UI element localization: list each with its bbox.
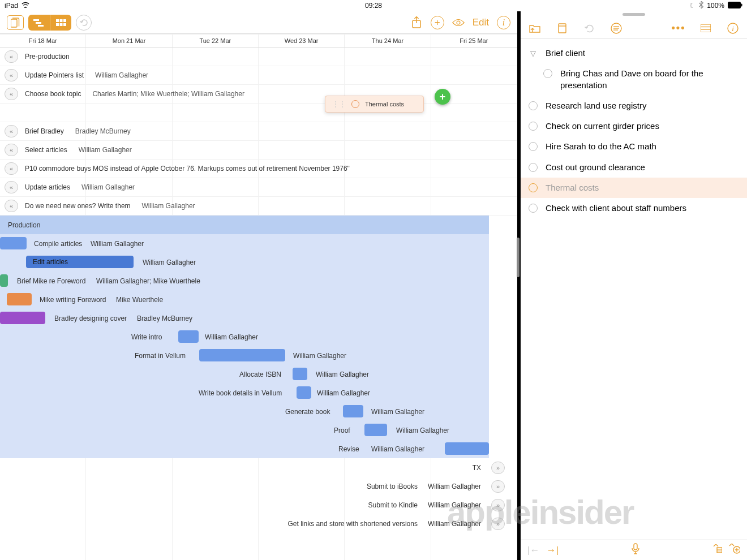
disclosure-triangle-icon[interactable]: ▽ — [529, 49, 538, 59]
svg-rect-11 — [63, 23, 66, 26]
chevron-right-icon[interactable]: » — [491, 518, 505, 530]
outline-icon[interactable] — [610, 22, 622, 35]
share-icon[interactable] — [410, 15, 423, 30]
task-bar[interactable] — [0, 274, 8, 287]
outline-item[interactable]: Bring Chas and Dave on board for the pre… — [521, 63, 747, 96]
task-bar[interactable] — [297, 386, 311, 399]
chevron-left-icon[interactable]: « — [5, 181, 18, 193]
scrollbar[interactable] — [517, 238, 520, 277]
info-icon[interactable]: i — [727, 22, 739, 35]
task-row[interactable]: Write book details in Vellum William Gal… — [0, 384, 517, 402]
task-row[interactable]: « Update Pointers list William Gallagher — [0, 66, 517, 85]
status-circle-icon[interactable] — [529, 204, 538, 213]
split-handle[interactable] — [622, 13, 645, 16]
task-bar[interactable] — [0, 312, 45, 324]
chevron-left-icon[interactable]: « — [5, 125, 18, 137]
task-row[interactable]: « Brief Bradley Bradley McBurney — [0, 122, 517, 141]
task-row[interactable]: Generate book William Gallagher — [0, 402, 517, 421]
task-row[interactable]: Write intro William Gallagher — [0, 328, 517, 346]
assignee: William Gallagher — [79, 146, 132, 154]
layout-icon[interactable] — [699, 22, 712, 35]
task-row[interactable]: « Select articles William Gallagher — [0, 141, 517, 160]
view-toggle[interactable] — [28, 15, 71, 31]
hierarchy-up-icon[interactable] — [713, 544, 722, 556]
chevron-left-icon[interactable]: « — [5, 162, 18, 175]
add-item-icon[interactable] — [729, 544, 740, 557]
outline-item[interactable]: Check with client about staff numbers — [521, 198, 747, 218]
status-circle-icon[interactable] — [529, 142, 538, 151]
status-circle-icon[interactable] — [543, 69, 552, 78]
folder-icon[interactable] — [529, 22, 541, 35]
task-row[interactable]: Proof William Gallagher — [0, 421, 517, 440]
assignee: William Gallagher — [95, 71, 148, 79]
status-circle-icon[interactable] — [529, 163, 538, 172]
task-row[interactable]: « P10 commodore buys MOS instead of Appl… — [0, 160, 517, 178]
task-bar[interactable] — [445, 442, 489, 455]
microphone-icon[interactable] — [632, 543, 639, 557]
go-start-icon[interactable]: |← — [527, 545, 539, 556]
task-bar[interactable] — [343, 405, 363, 417]
go-end-icon[interactable]: →| — [546, 545, 558, 556]
gantt-view-icon[interactable] — [28, 15, 50, 31]
outline-item-highlighted[interactable]: Thermal costs — [521, 178, 747, 198]
chevron-left-icon[interactable]: « — [5, 50, 18, 63]
task-bar[interactable] — [199, 349, 285, 361]
task-row[interactable]: Submit to Kindle William Gallagher » — [368, 496, 510, 514]
chevron-left-icon[interactable]: « — [5, 69, 18, 81]
outline-list[interactable]: ▽ Brief client Bring Chas and Dave on bo… — [521, 38, 747, 540]
more-icon[interactable]: ••• — [672, 22, 685, 35]
task-row[interactable]: Revise William Gallagher — [0, 440, 517, 458]
chevron-left-icon[interactable]: « — [5, 144, 18, 156]
chevron-right-icon[interactable]: » — [491, 462, 505, 474]
info-icon[interactable]: i — [497, 16, 510, 29]
task-row[interactable]: Format in Vellum William Gallagher — [0, 346, 517, 365]
task-row[interactable]: TX » — [473, 458, 510, 477]
task-row[interactable]: « Update articles William Gallagher — [0, 178, 517, 197]
assignee: William Gallagher — [205, 333, 258, 341]
date-col: Wed 23 Mar — [259, 35, 345, 47]
task-row[interactable]: Edit articles William Gallagher — [0, 253, 517, 272]
gantt-chart[interactable]: « Pre-production « Update Pointers list … — [0, 48, 517, 560]
add-task-button[interactable]: + — [435, 89, 450, 105]
task-bar[interactable] — [293, 368, 307, 380]
chevron-left-icon[interactable]: « — [5, 88, 18, 100]
status-circle-icon[interactable] — [529, 122, 538, 131]
task-bar[interactable] — [364, 424, 387, 436]
wifi-icon — [22, 2, 29, 10]
task-row[interactable]: Mike writing Foreword Mike Wuerthele — [0, 290, 517, 309]
outline-item[interactable]: Research land use registry — [521, 96, 747, 116]
chevron-left-icon[interactable]: « — [5, 200, 18, 212]
outline-item-text: Research land use registry — [546, 100, 739, 111]
outline-header[interactable]: ▽ Brief client — [521, 43, 747, 63]
chevron-right-icon[interactable]: » — [491, 480, 505, 493]
undo-icon[interactable] — [583, 22, 595, 35]
task-row[interactable]: « Do we need new ones? Write them Willia… — [0, 197, 517, 216]
task-row[interactable]: Get links and store with shortened versi… — [288, 514, 510, 533]
chevron-right-icon[interactable]: » — [491, 499, 505, 511]
outline-item[interactable]: Cost out ground clearance — [521, 157, 747, 178]
dragged-task[interactable]: ⋮⋮ Thermal costs — [325, 96, 424, 113]
task-row[interactable]: Allocate ISBN William Gallagher — [0, 365, 517, 384]
calendar-view-icon[interactable] — [50, 15, 71, 31]
production-header[interactable]: Production — [0, 216, 489, 234]
task-row[interactable]: Brief Mike re Foreword William Gallagher… — [0, 272, 517, 290]
undo-button[interactable] — [76, 15, 92, 31]
add-button[interactable]: + — [431, 16, 444, 29]
status-circle-icon[interactable] — [529, 101, 538, 110]
edit-button[interactable]: Edit — [473, 17, 489, 28]
documents-icon[interactable] — [7, 15, 24, 30]
outline-item[interactable]: Check on current girder prices — [521, 116, 747, 136]
view-icon[interactable] — [452, 15, 465, 30]
task-row[interactable]: Bradley designing cover Bradley McBurney — [0, 309, 517, 328]
task-row[interactable]: « Pre-production — [0, 48, 517, 66]
outline-item[interactable]: Hire Sarah to do the AC math — [521, 136, 747, 157]
task-row[interactable]: Submit to iBooks William Gallagher » — [367, 477, 510, 496]
clock: 09:28 — [365, 2, 382, 10]
document-icon[interactable] — [556, 22, 568, 35]
task-bar[interactable] — [7, 293, 32, 305]
task-bar[interactable] — [178, 330, 199, 343]
assignee: William Gallagher — [428, 520, 481, 528]
status-circle-icon[interactable] — [529, 183, 538, 192]
drag-handle-icon[interactable]: ⋮⋮ — [332, 100, 346, 108]
task-bar[interactable]: Edit articles — [26, 256, 134, 268]
